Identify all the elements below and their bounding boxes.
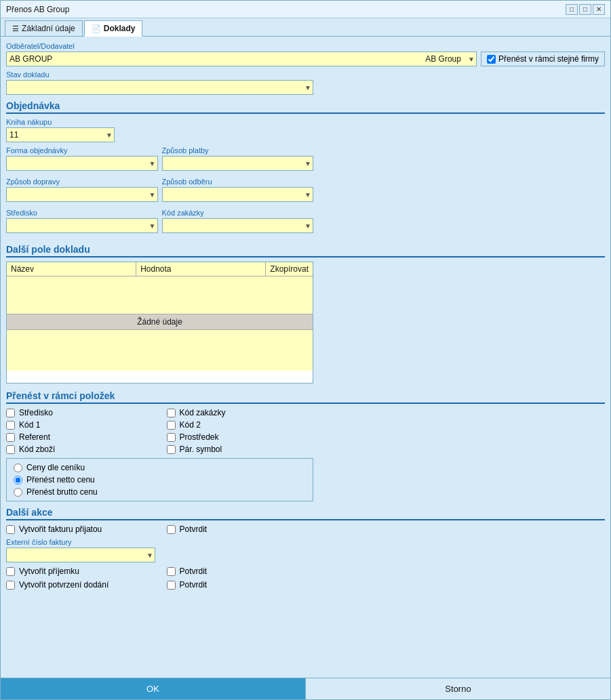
vytvořit-fakturu-checkbox[interactable]: Vytvořit fakturu přijatou xyxy=(6,524,153,534)
vytvorit-potvrzeni-input[interactable] xyxy=(6,581,15,590)
zpusob-odberu-dropdown-icon: ▼ xyxy=(304,191,311,199)
par-symbol-polozka-input[interactable] xyxy=(167,445,176,454)
kod-zbozi-polozka-checkbox[interactable]: Kód zboží xyxy=(6,445,153,454)
ceny-brutto-input[interactable] xyxy=(14,488,22,497)
vytvorit-potvrzeni-label: Vytvořit potvrzení dodání xyxy=(19,580,109,590)
content-area: Odběratel/Dodavatel AB GROUP AB Group ▼ … xyxy=(1,37,610,678)
window-title: Přenos AB Group xyxy=(6,5,69,14)
zpusob-platby-group: Způsob platby ▼ xyxy=(162,146,314,171)
supplier-label: Odběratel/Dodavatel xyxy=(6,42,605,50)
table-header: Název Hodnota Zkopírovat xyxy=(7,262,313,276)
kod2-polozka-checkbox[interactable]: Kód 2 xyxy=(167,420,314,430)
stav-dokladu-label: Stav dokladu xyxy=(6,70,605,79)
col-zkopirovat: Zkopírovat xyxy=(266,262,313,276)
ceny-dleceníku-input[interactable] xyxy=(14,464,22,472)
kod-zakazky-label: Kód zakázky xyxy=(162,209,314,217)
transfer-same-firm-input[interactable] xyxy=(487,55,496,64)
ext-faktura-input[interactable]: ▼ xyxy=(6,548,155,562)
stav-dokladu-dropdown-icon: ▼ xyxy=(304,84,311,91)
potvrdit-fakturu-input[interactable] xyxy=(167,525,176,534)
vytvorit-prijemku-label: Vytvořit příjemku xyxy=(19,567,79,576)
dalsi-pole-table: Název Hodnota Zkopírovat Žádné údaje xyxy=(6,262,313,384)
kod-zakazky-polozka-label: Kód zakázky xyxy=(180,408,226,417)
referent-polozka-input[interactable] xyxy=(6,433,15,442)
potvrdit-dodani-checkbox[interactable]: Potvrdit xyxy=(167,580,314,590)
prenesit-polozek-section-header: Přenést v rámci položek xyxy=(6,390,605,404)
forma-objednavky-input[interactable]: ▼ xyxy=(6,156,158,171)
kod2-polozka-input[interactable] xyxy=(167,421,176,430)
zpusob-odberu-group: Způsob odběru ▼ xyxy=(162,178,314,202)
faktura-row: Vytvořit fakturu přijatou Potvrdit xyxy=(6,524,313,534)
table-no-data: Žádné údaje xyxy=(7,314,313,330)
transfer-same-firm-checkbox[interactable]: Přenést v rámci stejné firmy xyxy=(481,52,605,66)
kod-zakazky-input[interactable]: ▼ xyxy=(162,218,314,233)
par-symbol-polozka-checkbox[interactable]: Pár. symbol xyxy=(167,445,314,454)
ceny-netto-input[interactable] xyxy=(14,476,22,485)
ceny-netto-radio[interactable]: Přenést netto cenu xyxy=(14,475,306,485)
stav-dokladu-input[interactable]: ▼ xyxy=(6,80,313,95)
ceny-netto-label: Přenést netto cenu xyxy=(26,475,95,485)
dalsi-pole-section-header: Další pole dokladu xyxy=(6,244,605,258)
ceny-dleceníku-label: Ceny dle ceníku xyxy=(26,463,85,472)
footer: OK Storno xyxy=(1,678,610,699)
vytvorit-prijemku-checkbox[interactable]: Vytvořit příjemku xyxy=(6,567,153,576)
vytvořit-fakturu-input[interactable] xyxy=(6,525,15,534)
zpusob-dopravy-dropdown-icon: ▼ xyxy=(149,191,156,199)
kod1-polozka-checkbox[interactable]: Kód 1 xyxy=(6,420,153,430)
tab-zakladni-label: Základní údaje xyxy=(22,24,75,33)
zpusob-dopravy-group: Způsob dopravy ▼ xyxy=(6,178,158,202)
doprava-odber-row: Způsob dopravy ▼ Způsob odběru ▼ xyxy=(6,178,313,206)
close-button[interactable]: ✕ xyxy=(593,4,605,15)
table-body-bottom xyxy=(7,330,313,371)
vytvorit-potvrzeni-checkbox[interactable]: Vytvořit potvrzení dodání xyxy=(6,580,153,590)
kod1-polozka-input[interactable] xyxy=(6,421,15,430)
stredisko-polozka-input[interactable] xyxy=(6,409,15,417)
potvrdit-prijemku-input[interactable] xyxy=(167,567,176,576)
prostredek-polozka-checkbox[interactable]: Prostředek xyxy=(167,432,314,442)
zpusob-odberu-input[interactable]: ▼ xyxy=(162,187,314,202)
stredisko-polozka-checkbox[interactable]: Středisko xyxy=(6,408,153,417)
zpusob-dopravy-input[interactable]: ▼ xyxy=(6,187,158,202)
ok-button[interactable]: OK xyxy=(1,678,305,699)
potvrzeni-row: Vytvořit potvrzení dodání Potvrdit xyxy=(6,580,313,590)
referent-polozka-checkbox[interactable]: Referent xyxy=(6,432,153,442)
prostredek-polozka-input[interactable] xyxy=(167,433,176,442)
supplier-value: AB GROUP xyxy=(9,54,425,64)
maximize-button[interactable]: □ xyxy=(579,4,591,15)
ceny-brutto-radio[interactable]: Přenést brutto cenu xyxy=(14,487,306,497)
storno-button[interactable]: Storno xyxy=(305,678,610,699)
ext-faktura-label: Externí číslo faktury xyxy=(6,538,155,546)
tab-doklady[interactable]: 📄 Doklady xyxy=(84,20,143,37)
ceny-dleceníku-radio[interactable]: Ceny dle ceníku xyxy=(14,463,306,472)
forma-objednavky-dropdown-icon: ▼ xyxy=(149,160,156,167)
window-controls: □ □ ✕ xyxy=(566,4,605,15)
stredisko-polozka-label: Středisko xyxy=(19,408,53,417)
vytvořit-fakturu-label: Vytvořit fakturu přijatou xyxy=(19,524,102,534)
stredisko-input[interactable]: ▼ xyxy=(6,218,158,233)
potvrdit-dodani-input[interactable] xyxy=(167,581,176,590)
kniha-nakupu-label: Kniha nákupu xyxy=(6,118,605,126)
minimize-button[interactable]: □ xyxy=(566,4,578,15)
forma-objednavky-group: Forma objednávky ▼ xyxy=(6,146,158,171)
stredisko-dropdown-icon: ▼ xyxy=(149,222,156,230)
stredisko-group: Středisko ▼ xyxy=(6,209,158,233)
par-symbol-polozka-label: Pár. symbol xyxy=(180,445,222,454)
kod-zbozi-polozka-input[interactable] xyxy=(6,445,15,454)
kod-zakazky-polozka-input[interactable] xyxy=(167,409,176,417)
tab-zakladni[interactable]: ☰ Základní údaje xyxy=(5,20,83,36)
kod-zakazky-group: Kód zakázky ▼ xyxy=(162,209,314,233)
supplier-input[interactable]: AB GROUP AB Group ▼ xyxy=(6,52,477,66)
ext-faktura-group: Externí číslo faktury ▼ xyxy=(6,538,155,562)
doklady-icon: 📄 xyxy=(92,24,101,33)
ceny-brutto-label: Přenést brutto cenu xyxy=(26,487,98,497)
potvrdit-fakturu-checkbox[interactable]: Potvrdit xyxy=(167,524,314,534)
kniha-nakupu-input[interactable]: 11 ▼ xyxy=(6,127,115,142)
col-hodnota: Hodnota xyxy=(136,262,266,276)
zpusob-platby-input[interactable]: ▼ xyxy=(162,156,314,171)
vytvorit-prijemku-input[interactable] xyxy=(6,567,15,576)
prostredek-polozka-label: Prostředek xyxy=(180,432,219,442)
potvrdit-prijemku-checkbox[interactable]: Potvrdit xyxy=(167,567,314,576)
kod-zakazky-polozka-checkbox[interactable]: Kód zakázky xyxy=(167,408,314,417)
forma-platby-row: Forma objednávky ▼ Způsob platby ▼ xyxy=(6,146,313,175)
tab-doklady-label: Doklady xyxy=(104,24,136,33)
